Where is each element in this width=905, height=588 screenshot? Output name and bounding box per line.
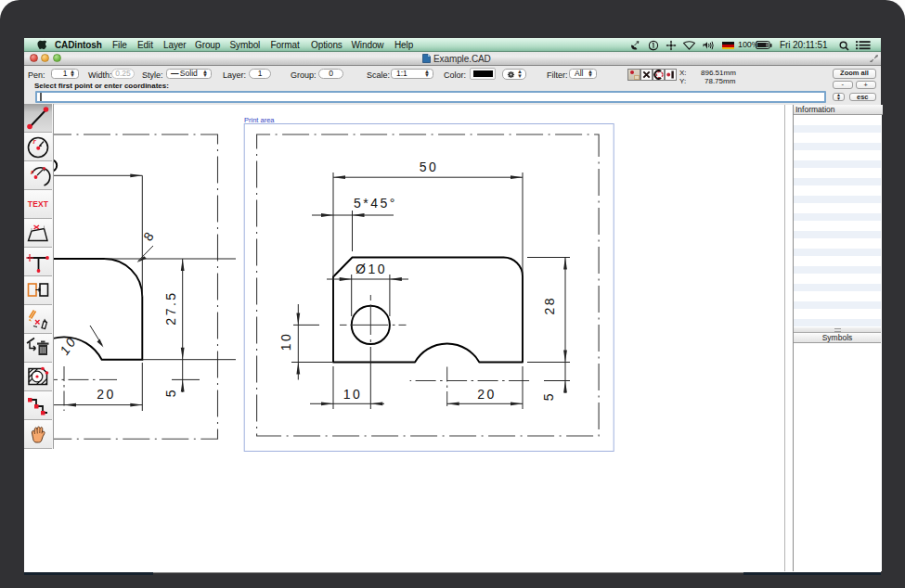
svg-text:5: 5 [541, 391, 556, 401]
svg-text:20: 20 [97, 387, 116, 402]
svg-text:27.5: 27.5 [163, 290, 178, 325]
svg-text:28: 28 [542, 296, 557, 315]
svg-text:Ø10: Ø10 [356, 262, 387, 276]
svg-text:20: 20 [477, 387, 497, 402]
svg-text:10: 10 [343, 387, 363, 402]
svg-text:Print area: Print area [244, 116, 275, 124]
svg-text:10: 10 [278, 332, 293, 352]
svg-text:8: 8 [140, 227, 158, 244]
svg-text:5*45°: 5*45° [354, 196, 397, 211]
svg-text:5: 5 [163, 388, 178, 397]
svg-text:50: 50 [420, 160, 439, 174]
